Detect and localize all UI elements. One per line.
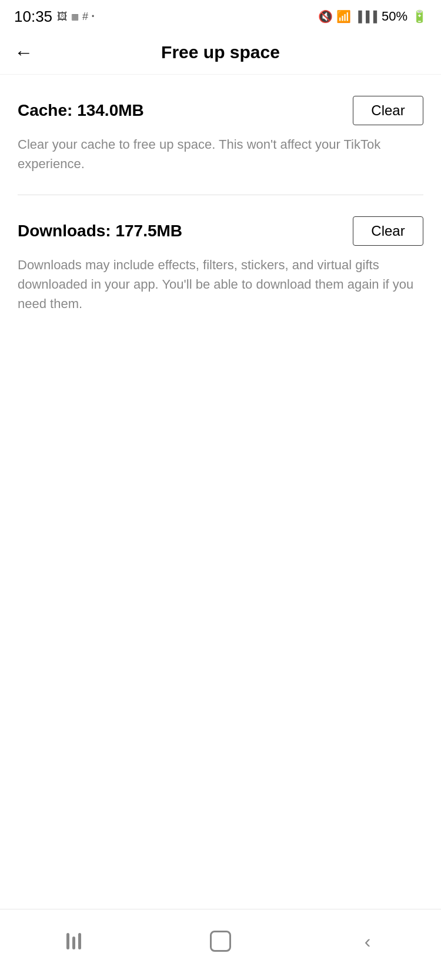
status-bar-left: 10:35 🖼 ▦ # •	[14, 8, 94, 26]
content-area: Cache: 134.0MB Clear Clear your cache to…	[0, 75, 441, 909]
nav-back-icon: ‹	[365, 931, 371, 952]
page-header: ← Free up space	[0, 31, 441, 75]
wifi-icon: 📶	[336, 9, 351, 24]
signal-icon: ▐▐▐	[355, 11, 377, 23]
nav-lines-icon	[66, 933, 81, 949]
nav-home-button[interactable]	[197, 924, 244, 959]
battery-icon: 🔋	[412, 9, 427, 24]
battery-level: 50%	[382, 9, 407, 24]
cache-title: Cache: 134.0MB	[18, 101, 144, 120]
downloads-clear-button[interactable]: Clear	[353, 216, 423, 246]
grid-icon: #	[82, 11, 88, 23]
back-button[interactable]: ←	[14, 42, 33, 63]
cache-section: Cache: 134.0MB Clear Clear your cache to…	[0, 75, 441, 195]
downloads-section: Downloads: 177.5MB Clear Downloads may i…	[0, 195, 441, 335]
back-arrow-icon: ←	[14, 42, 33, 63]
status-icons: 🖼 ▦ # •	[57, 11, 94, 23]
status-right-icons: 🔇 📶 ▐▐▐	[318, 9, 377, 24]
nav-line-2	[72, 936, 75, 949]
status-bar-right: 🔇 📶 ▐▐▐ 50% 🔋	[318, 9, 427, 24]
nav-line-3	[78, 933, 81, 949]
page-title: Free up space	[161, 42, 280, 62]
status-time: 10:35	[14, 8, 52, 26]
nav-home-icon	[210, 931, 231, 952]
mute-icon: 🔇	[318, 9, 333, 24]
dot-icon: •	[92, 12, 94, 21]
nav-back-button[interactable]: ‹	[344, 924, 391, 959]
photo-icon: 🖼	[57, 11, 68, 23]
downloads-title: Downloads: 177.5MB	[18, 222, 182, 240]
downloads-description: Downloads may include effects, filters, …	[18, 255, 423, 313]
amazon-icon: ▦	[71, 12, 79, 21]
nav-recents-button[interactable]	[50, 924, 97, 959]
status-bar: 10:35 🖼 ▦ # • 🔇 📶 ▐▐▐ 50% 🔋	[0, 0, 441, 31]
downloads-section-row: Downloads: 177.5MB Clear	[18, 216, 423, 246]
nav-bar: ‹	[0, 909, 441, 980]
nav-line-1	[66, 933, 69, 949]
cache-clear-button[interactable]: Clear	[353, 96, 423, 125]
cache-description: Clear your cache to free up space. This …	[18, 135, 423, 173]
cache-section-row: Cache: 134.0MB Clear	[18, 96, 423, 125]
